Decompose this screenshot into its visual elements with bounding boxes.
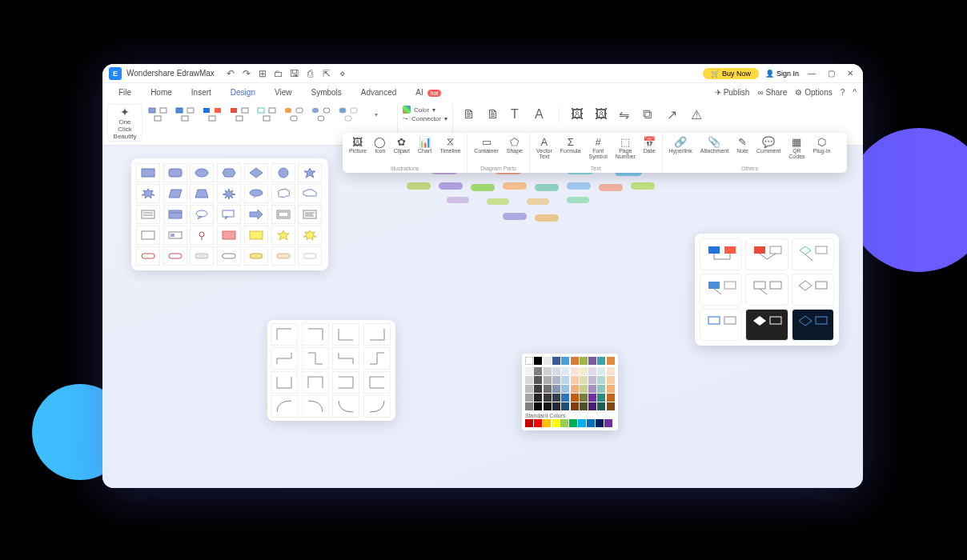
color-swatch[interactable] bbox=[544, 367, 552, 375]
theme-red[interactable] bbox=[745, 238, 788, 270]
shape-pill-cream[interactable] bbox=[271, 246, 295, 266]
connector-c3[interactable] bbox=[332, 395, 359, 418]
color-swatch[interactable] bbox=[534, 419, 542, 427]
color-swatch[interactable] bbox=[580, 367, 588, 375]
connector-l1[interactable] bbox=[271, 323, 298, 346]
color-swatch[interactable] bbox=[588, 402, 596, 410]
minimize-button[interactable]: — bbox=[805, 67, 818, 80]
color-swatch[interactable] bbox=[607, 402, 615, 410]
theme-teal[interactable] bbox=[792, 238, 834, 270]
shape-sticky-red[interactable] bbox=[217, 226, 241, 245]
shape-pill-yellow[interactable] bbox=[244, 246, 268, 266]
insert-page-number-button[interactable]: ⬚Page Number bbox=[612, 134, 639, 161]
page-icon[interactable]: 🗎 bbox=[463, 107, 475, 120]
shape-frame[interactable] bbox=[271, 205, 295, 224]
color-swatch[interactable] bbox=[525, 376, 533, 384]
save-icon[interactable]: 🖫 bbox=[290, 69, 299, 78]
shape-hexagon[interactable] bbox=[217, 163, 241, 182]
color-swatch[interactable] bbox=[597, 367, 605, 375]
color-swatch[interactable] bbox=[560, 419, 568, 427]
insert-timeline-button[interactable]: ⧖Timeline bbox=[436, 134, 463, 155]
shape-burst[interactable] bbox=[136, 184, 160, 203]
export-icon[interactable]: ⇱ bbox=[322, 69, 331, 78]
shape-pill-outline[interactable] bbox=[217, 246, 241, 266]
connector-c2[interactable] bbox=[302, 395, 329, 418]
color-swatch[interactable] bbox=[552, 394, 560, 402]
connector-u1[interactable] bbox=[271, 371, 298, 394]
theme-blue-outline[interactable] bbox=[700, 309, 742, 341]
color-swatch[interactable] bbox=[607, 376, 615, 384]
shape-pill-red2[interactable] bbox=[163, 246, 187, 266]
color-swatch[interactable] bbox=[552, 419, 560, 427]
color-swatch[interactable] bbox=[578, 419, 586, 427]
color-swatch[interactable] bbox=[588, 367, 596, 375]
connector-u3[interactable] bbox=[332, 371, 359, 394]
shape-star-yellow[interactable] bbox=[271, 226, 295, 245]
connector-c4[interactable] bbox=[363, 395, 391, 418]
arrow-tool-icon[interactable]: ↗ bbox=[667, 107, 680, 120]
color-swatch[interactable] bbox=[561, 402, 569, 410]
color-swatch[interactable] bbox=[544, 394, 552, 402]
insert-attachment-button[interactable]: 📎Attachment bbox=[697, 134, 732, 161]
menu-home[interactable]: Home bbox=[141, 85, 182, 100]
color-dropdown[interactable]: Color▾ bbox=[403, 106, 447, 114]
color-swatch[interactable] bbox=[604, 419, 612, 427]
shape-sticky-yellow[interactable] bbox=[244, 226, 268, 245]
insert-note-button[interactable]: ✎Note bbox=[733, 134, 752, 161]
color-swatch[interactable] bbox=[552, 385, 560, 393]
insert-chart-button[interactable]: 📊Chart bbox=[415, 134, 435, 155]
buy-now-button[interactable]: 🛒 Buy Now bbox=[703, 68, 759, 79]
publish-button[interactable]: ✈Publish bbox=[715, 88, 750, 97]
color-swatch[interactable] bbox=[534, 394, 542, 402]
color-swatch[interactable] bbox=[525, 367, 533, 375]
color-swatch[interactable] bbox=[580, 394, 588, 402]
theme-dark[interactable] bbox=[745, 309, 788, 341]
insert-qr-button[interactable]: ▦QR Codes bbox=[785, 134, 808, 161]
more-icon[interactable]: ⋄ bbox=[338, 69, 347, 78]
color-swatch[interactable] bbox=[571, 357, 579, 365]
color-swatch[interactable] bbox=[561, 394, 569, 402]
menu-symbols[interactable]: Symbols bbox=[301, 85, 351, 100]
shape-cloud[interactable] bbox=[298, 184, 322, 203]
one-click-beautify-button[interactable]: ✦ One Click Beautify bbox=[107, 104, 142, 142]
theme-navy[interactable] bbox=[792, 309, 834, 341]
color-swatch[interactable] bbox=[587, 419, 595, 427]
color-swatch[interactable] bbox=[525, 402, 533, 410]
shape-explosion[interactable] bbox=[217, 184, 241, 203]
insert-hyperlink-button[interactable]: 🔗Hyperlink bbox=[666, 134, 696, 161]
collapse-ribbon-button[interactable]: ^ bbox=[853, 88, 857, 97]
color-swatch[interactable] bbox=[561, 367, 569, 375]
connector-u2[interactable] bbox=[302, 371, 329, 394]
connector-l2[interactable] bbox=[302, 323, 329, 346]
shape-list[interactable] bbox=[136, 205, 160, 224]
connector-dropdown[interactable]: ⤳Connector▾ bbox=[403, 115, 447, 122]
connector-s2[interactable] bbox=[302, 347, 329, 370]
theme-preset-5[interactable] bbox=[255, 104, 280, 125]
theme-blue-light[interactable] bbox=[700, 274, 742, 306]
flip-icon[interactable]: ⇋ bbox=[619, 107, 632, 120]
shape-parallelogram[interactable] bbox=[163, 184, 187, 203]
shape-badge[interactable] bbox=[163, 226, 187, 245]
open-icon[interactable]: 🗀 bbox=[274, 69, 283, 78]
close-button[interactable]: ✕ bbox=[844, 67, 857, 80]
connector-c1[interactable] bbox=[271, 395, 298, 418]
insert-shape-button[interactable]: ⬠Shape bbox=[504, 134, 526, 155]
warning-icon[interactable]: ⚠ bbox=[691, 107, 704, 120]
image-icon[interactable]: 🖼 bbox=[571, 107, 584, 120]
help-button[interactable]: ? bbox=[841, 88, 845, 97]
color-swatch[interactable] bbox=[543, 419, 551, 427]
theme-preset-3[interactable] bbox=[200, 104, 226, 125]
shape-pill-blank[interactable] bbox=[298, 246, 322, 266]
connector-l3[interactable] bbox=[332, 323, 359, 346]
color-swatch[interactable] bbox=[525, 419, 533, 427]
shape-oval-callout[interactable] bbox=[244, 184, 268, 203]
color-swatch[interactable] bbox=[544, 385, 552, 393]
insert-clipart-button[interactable]: ✿Clipart bbox=[391, 134, 413, 155]
color-swatch[interactable] bbox=[534, 385, 542, 393]
theme-preset-4[interactable] bbox=[227, 104, 253, 125]
color-swatch[interactable] bbox=[571, 367, 579, 375]
shape-speech-cloud[interactable] bbox=[271, 184, 295, 203]
color-swatch[interactable] bbox=[525, 394, 533, 402]
color-swatch[interactable] bbox=[561, 385, 569, 393]
color-swatch[interactable] bbox=[544, 357, 552, 365]
